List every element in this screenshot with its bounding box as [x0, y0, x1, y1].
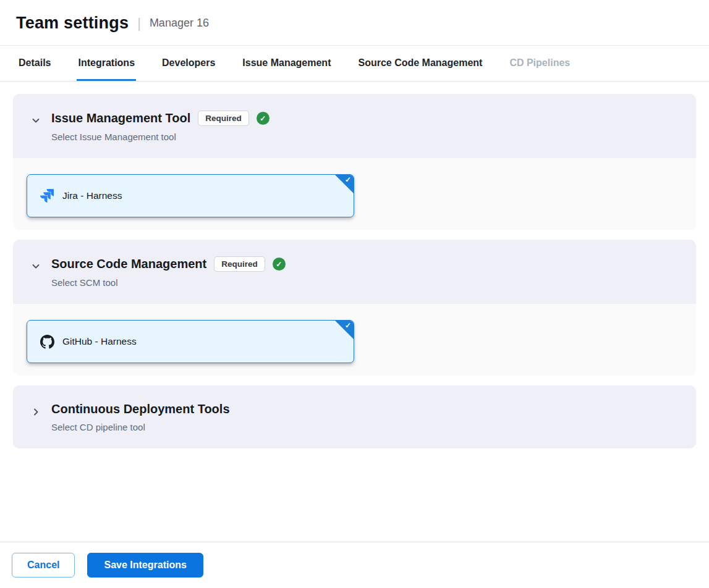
option-github-harness[interactable]: GitHub - Harness ✓ — [27, 320, 354, 363]
required-badge: Required — [198, 111, 249, 126]
page-title: Team settings — [16, 14, 129, 33]
github-icon — [40, 334, 54, 349]
tab-source-code-management[interactable]: Source Code Management — [357, 46, 483, 81]
page-subtitle: Manager 16 — [150, 17, 209, 30]
collapse-section-button[interactable] — [29, 114, 43, 127]
chevron-down-icon — [31, 116, 41, 125]
selected-check-icon: ✓ — [345, 321, 351, 330]
save-integrations-button[interactable]: Save Integrations — [87, 553, 203, 578]
section-title: Source Code Management — [51, 257, 206, 271]
tab-cd-pipelines: CD Pipelines — [508, 46, 571, 81]
section-issue-management-tool: Issue Management Tool Required ✓ Select … — [13, 94, 696, 230]
section-subtitle: Select Issue Management tool — [51, 132, 270, 142]
title-separator: | — [137, 15, 141, 32]
collapse-section-button[interactable] — [29, 259, 43, 273]
tab-issue-management[interactable]: Issue Management — [241, 46, 332, 81]
option-label: Jira - Harness — [62, 190, 122, 201]
section-body: GitHub - Harness ✓ — [13, 304, 696, 376]
section-subtitle: Select CD pipeline tool — [51, 422, 230, 432]
section-subtitle: Select SCM tool — [51, 277, 286, 288]
required-badge: Required — [214, 256, 265, 272]
check-circle-icon: ✓ — [257, 112, 270, 125]
tab-bar: Details Integrations Developers Issue Ma… — [0, 45, 709, 82]
tab-details[interactable]: Details — [17, 46, 52, 81]
section-header: Continuous Deployment Tools Select CD pi… — [13, 385, 696, 448]
section-header: Issue Management Tool Required ✓ Select … — [13, 94, 696, 158]
tab-developers[interactable]: Developers — [161, 46, 216, 81]
option-jira-harness[interactable]: Jira - Harness ✓ — [27, 174, 354, 217]
option-label: GitHub - Harness — [62, 336, 137, 347]
tab-integrations[interactable]: Integrations — [77, 46, 136, 81]
chevron-down-icon — [31, 261, 41, 271]
footer-action-bar: Cancel Save Integrations — [0, 542, 709, 588]
chevron-right-icon — [31, 407, 41, 417]
page-header: Team settings | Manager 16 — [0, 0, 709, 45]
expand-section-button[interactable] — [29, 405, 43, 419]
cancel-button[interactable]: Cancel — [12, 553, 75, 578]
section-title: Issue Management Tool — [51, 111, 190, 125]
integrations-content: Issue Management Tool Required ✓ Select … — [0, 82, 709, 542]
check-circle-icon: ✓ — [273, 258, 286, 271]
section-header: Source Code Management Required ✓ Select… — [13, 240, 696, 304]
jira-icon — [40, 188, 54, 203]
section-title: Continuous Deployment Tools — [51, 402, 230, 416]
section-source-code-management: Source Code Management Required ✓ Select… — [13, 240, 696, 376]
selected-check-icon: ✓ — [345, 175, 351, 184]
section-continuous-deployment-tools: Continuous Deployment Tools Select CD pi… — [13, 385, 696, 448]
section-body: Jira - Harness ✓ — [13, 158, 696, 230]
